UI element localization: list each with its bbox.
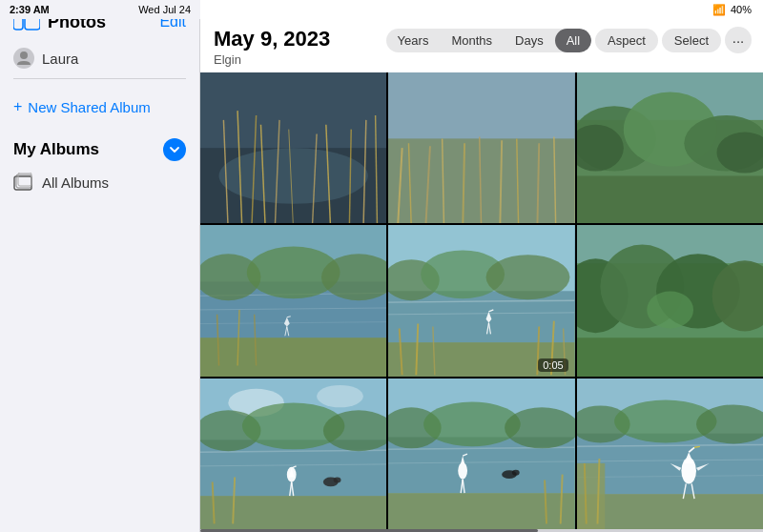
wifi-icon: 📶	[712, 4, 726, 16]
years-button[interactable]: Years	[386, 29, 441, 52]
new-shared-album-button[interactable]: + New Shared Album	[13, 94, 186, 119]
profile-name: Laura	[42, 51, 78, 67]
profile-icon	[13, 48, 34, 69]
aspect-button[interactable]: Aspect	[595, 29, 658, 52]
status-time: 2:39 AM	[10, 4, 50, 15]
date-info: May 9, 2023 Elgin	[214, 27, 330, 67]
svg-rect-126	[577, 463, 605, 529]
svg-line-136	[694, 446, 700, 447]
select-button[interactable]: Select	[662, 29, 721, 52]
svg-point-113	[459, 462, 468, 480]
svg-point-86	[317, 385, 363, 407]
svg-point-101	[334, 477, 341, 482]
main-status-bar: 📶 40%	[200, 0, 763, 19]
my-albums-row: My Albums	[0, 127, 199, 167]
video-duration-badge: 0:05	[538, 358, 567, 372]
battery-level: 40%	[731, 4, 752, 15]
sidebar: Photos Edit Laura + New Shared Album My …	[0, 0, 200, 532]
svg-rect-81	[577, 338, 763, 377]
months-button[interactable]: Months	[440, 29, 504, 52]
svg-rect-21	[388, 72, 574, 138]
all-button[interactable]: All	[555, 29, 591, 52]
date-location: Elgin	[214, 52, 330, 67]
date-title: May 9, 2023	[214, 27, 330, 51]
photo-cell-6[interactable]	[577, 225, 763, 376]
plus-icon: +	[13, 98, 22, 115]
photo-cell-8[interactable]	[388, 379, 574, 529]
photo-cell-4[interactable]	[200, 225, 386, 376]
photo-cell-5[interactable]: 0:05	[388, 225, 574, 376]
svg-point-96	[287, 466, 297, 481]
svg-rect-40	[577, 175, 763, 223]
svg-rect-90	[200, 496, 386, 529]
photo-cell-1[interactable]	[200, 72, 386, 223]
my-albums-label: My Albums	[13, 140, 99, 159]
photo-cell-3[interactable]	[577, 72, 763, 223]
sidebar-status-bar: 2:39 AM Wed Jul 24	[0, 0, 200, 19]
main-content: May 9, 2023 Elgin Years Months Days All …	[200, 0, 763, 532]
svg-point-82	[647, 292, 693, 329]
all-albums-item[interactable]: All Albums	[0, 167, 199, 197]
svg-point-118	[512, 469, 520, 475]
photo-cell-9[interactable]	[577, 379, 763, 529]
more-button[interactable]: ···	[725, 27, 752, 53]
svg-rect-47	[200, 338, 386, 377]
albums-icon	[13, 173, 34, 192]
svg-point-2	[20, 51, 28, 59]
chevron-down-icon[interactable]	[163, 138, 186, 161]
photo-cell-2[interactable]	[388, 72, 574, 223]
nav-controls: Years Months Days All Aspect Select ···	[386, 27, 752, 53]
sidebar-section: + New Shared Album	[0, 79, 199, 127]
profile-row[interactable]: Laura	[0, 42, 199, 78]
days-button[interactable]: Days	[504, 29, 555, 52]
photo-cell-7[interactable]	[200, 379, 386, 529]
svg-point-71	[486, 256, 570, 300]
photo-grid: 0:05	[200, 72, 763, 529]
time-filter-pill: Years Months Days All	[386, 29, 592, 52]
status-date: Wed Jul 24	[138, 4, 191, 15]
new-shared-album-label: New Shared Album	[28, 99, 150, 115]
all-albums-label: All Albums	[42, 174, 109, 191]
